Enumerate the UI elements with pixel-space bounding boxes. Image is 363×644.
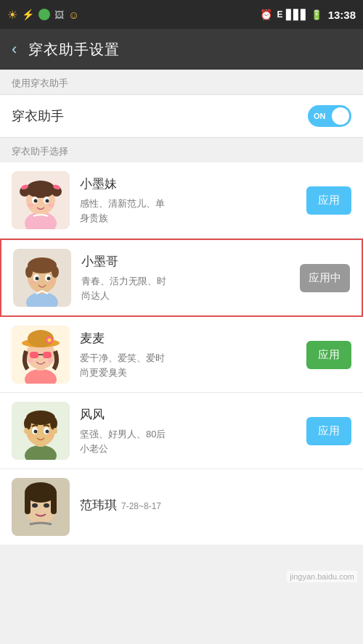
svg-point-21 [52,266,59,278]
char-action-xiaomumei: 应用 [306,186,351,215]
character-list: 小墨妹 感性、清新范儿、单身贵族 应用 [0,162,363,545]
green-dot-icon [38,9,50,20]
image-icon: 🖼 [54,9,64,20]
sun-icon: ☀ [7,8,17,22]
char-name-maimai: 麦麦 [80,330,298,347]
svg-point-46 [24,417,31,430]
char-action-xiaomuge: 应用中 [300,264,350,292]
svg-point-61 [32,503,38,508]
page-title: 穿衣助手设置 [28,40,120,59]
svg-point-62 [44,503,49,508]
avatar-boy2-svg [12,402,70,460]
svg-point-51 [46,430,49,434]
svg-point-50 [34,430,38,434]
assistant-toggle[interactable]: ON [308,105,351,127]
svg-point-54 [24,428,28,434]
toggle-on-text: ON [314,112,326,120]
svg-point-55 [53,428,57,434]
svg-rect-59 [25,492,30,514]
char-info-fengfeng: 风风 坚强、好男人、80后小老公 [80,406,298,455]
char-name-xiaomumei: 小墨妹 [80,176,298,192]
char-desc-xiaomumei: 感性、清新范儿、单身贵族 [80,197,298,225]
section2-label: 穿衣助手选择 [0,138,363,162]
char-desc-maimai: 爱干净、爱笑、爱时尚更爱臭美 [80,351,298,379]
apply-button-xiaomumei[interactable]: 应用 [306,186,351,215]
back-button[interactable]: ‹ [12,40,17,59]
character-item-xiaomumei: 小墨妹 感性、清新范儿、单身贵族 应用 [0,162,363,239]
toggle-knob [332,107,349,125]
toggle-label: 穿衣助手 [12,107,64,125]
char-info-xiaomuge: 小墨哥 青春、活力无限、时尚达人 [81,253,291,302]
char-name-fengfeng: 风风 [80,406,298,423]
signal-e-icon: E [277,9,283,20]
avatar-fengfeng [12,402,70,460]
svg-point-35 [48,339,52,342]
avatar-maimai [12,326,70,384]
char-info-maimai: 麦麦 爱干净、爱笑、爱时尚更爱臭美 [80,330,298,379]
svg-point-4 [26,181,55,198]
section1-label: 使用穿衣助手 [0,70,363,94]
character-item-xiaomuge: 小墨哥 青春、活力无限、时尚达人 应用中 [0,239,363,317]
char-name-xiaomuge: 小墨哥 [81,253,291,270]
svg-point-26 [29,281,35,285]
svg-point-27 [49,281,55,285]
svg-rect-60 [51,492,57,514]
svg-point-14 [48,204,54,207]
battery-icon: 🔋 [311,9,322,20]
avatar-photo-svg [12,478,70,536]
svg-point-20 [25,266,33,278]
time-display: 13:38 [328,9,356,21]
status-bar-right: ⏰ E ▋▋▋ 🔋 13:38 [260,9,356,21]
content-area: 使用穿衣助手 穿衣助手 ON 穿衣助手选择 [0,70,363,644]
svg-point-12 [46,199,49,203]
avatar-xiaomumei [12,171,70,229]
avatar-fanruiqi [12,478,70,536]
char-info-xiaomumei: 小墨妹 感性、清新范儿、单身贵族 [80,176,298,225]
status-bar: ☀ ⚡ 🖼 ☺ ⏰ E ▋▋▋ 🔋 13:38 [0,0,363,29]
svg-rect-37 [43,352,52,358]
svg-rect-36 [30,352,38,358]
char-desc-fengfeng: 坚强、好男人、80后小老公 [80,427,298,455]
svg-point-40 [48,359,54,363]
watermark: jingyan.baidu.com [287,571,357,582]
svg-point-52 [28,434,33,438]
svg-point-13 [28,204,33,207]
char-action-maimai: 应用 [306,341,351,369]
character-item-fengfeng: 风风 坚强、好男人、80后小老公 应用 [0,393,363,469]
svg-point-11 [34,199,38,203]
avatar-xiaomuge [13,249,71,307]
applying-button-xiaomuge[interactable]: 应用中 [300,264,350,292]
nav-bar: ‹ 穿衣助手设置 [0,29,363,70]
svg-point-24 [36,277,39,281]
status-bar-left: ☀ ⚡ 🖼 ☺ [7,8,79,22]
avatar-girl1-svg [12,171,70,229]
avatar-boy1-svg [13,249,71,307]
char-action-fengfeng: 应用 [306,417,351,445]
character-item-maimai: 麦麦 爱干净、爱笑、爱时尚更爱臭美 应用 [0,317,363,393]
signal-bars-icon: ▋▋▋ [286,9,308,20]
download-button-maimai[interactable]: 应用 [306,341,351,369]
toggle-row: 穿衣助手 ON [0,94,363,138]
avatar-girl2-svg [12,326,70,384]
svg-point-53 [48,434,54,438]
usb-icon: ⚡ [22,9,34,20]
svg-point-25 [47,277,51,281]
character-item-fanruiqi: 范玮琪7-28~8-17 [0,469,363,545]
char-info-fanruiqi: 范玮琪7-28~8-17 [80,497,351,518]
svg-point-47 [50,417,57,430]
alarm-icon: ⏰ [260,9,272,20]
char-desc-xiaomuge: 青春、活力无限、时尚达人 [81,274,291,302]
face-icon: ☺ [68,9,79,21]
char-date-fanruiqi: 7-28~8-17 [121,501,161,511]
apply-button-fengfeng[interactable]: 应用 [306,417,351,445]
svg-point-39 [28,359,33,363]
char-name-fanruiqi: 范玮琪7-28~8-17 [80,497,351,513]
